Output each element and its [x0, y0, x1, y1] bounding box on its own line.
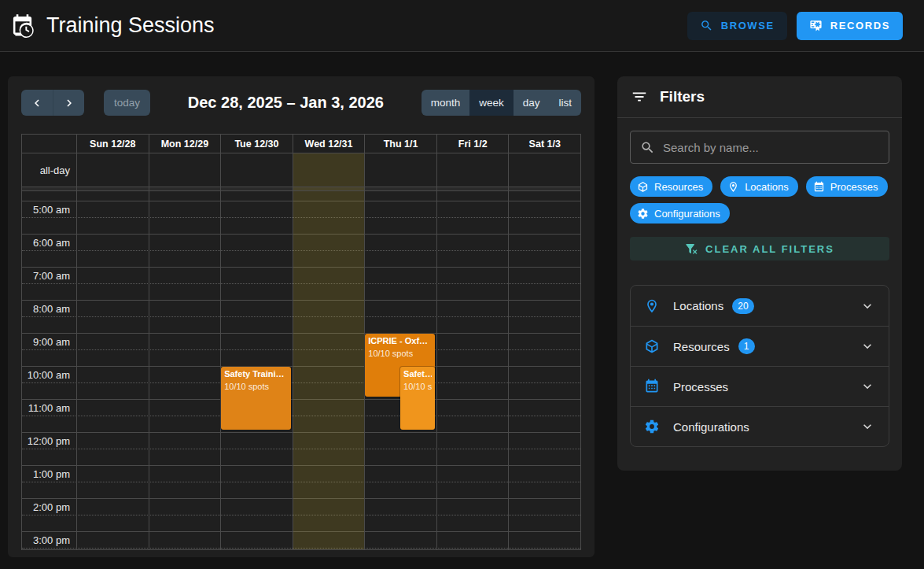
count-badge: 20	[732, 298, 753, 314]
chevron-left-icon	[30, 96, 44, 110]
all-day-cell[interactable]	[293, 153, 365, 187]
chip-resources[interactable]: Resources	[630, 176, 712, 197]
filter-accordion: Locations 20 Resources 1 Processes	[630, 285, 889, 447]
search-icon	[640, 140, 655, 155]
timegrid-events: Safety Traini…10/10 spotsICPRIE - Oxf…10…	[76, 191, 580, 549]
divider-cell	[149, 187, 221, 190]
page-title: Training Sessions	[46, 13, 687, 38]
all-day-cell[interactable]	[436, 153, 509, 187]
clear-all-filters-button[interactable]: CLEAR ALL FILTERS	[630, 237, 889, 260]
day-header-cell: Sun 12/28	[76, 135, 149, 153]
map-pin-icon	[727, 181, 739, 193]
filter-remove-icon	[685, 242, 698, 255]
prev-button[interactable]	[21, 90, 53, 116]
browse-button-label: BROWSE	[721, 20, 775, 31]
all-day-cell[interactable]	[364, 153, 436, 187]
time-label: 6:00 am	[33, 237, 70, 249]
map-pin-icon	[644, 298, 660, 314]
accordion-section-configurations[interactable]: Configurations	[631, 406, 889, 446]
time-label: 2:00 pm	[33, 501, 70, 513]
section-label: Resources	[673, 340, 730, 353]
divider-cell	[364, 187, 436, 190]
event-title: ICPRIE - Oxf…	[368, 335, 432, 348]
next-button[interactable]	[53, 90, 84, 116]
section-label: Locations	[673, 299, 723, 312]
chip-label: Configurations	[654, 208, 720, 220]
time-label: 5:00 am	[33, 204, 70, 216]
divider-cell	[293, 187, 365, 190]
event-spots: 10/10 spots	[224, 381, 288, 393]
chevron-down-icon	[860, 379, 875, 394]
chip-label: Processes	[830, 181, 878, 193]
timegrid-axis: 5:00 am6:00 am7:00 am8:00 am9:00 am10:00…	[22, 191, 76, 549]
gear-icon	[637, 208, 649, 220]
view-button-month[interactable]: month	[422, 90, 470, 116]
filters-body: Resources Locations Processes Configurat…	[617, 118, 902, 471]
filters-header: Filters	[617, 76, 902, 118]
filters-title: Filters	[660, 88, 705, 105]
calendar-card: today Dec 28, 2025 – Jan 3, 2026 month w…	[8, 76, 595, 557]
today-button[interactable]: today	[104, 90, 150, 116]
day-header-cell: Fri 1/2	[436, 135, 509, 153]
view-button-week[interactable]: week	[469, 90, 514, 116]
all-day-label: all-day	[22, 153, 76, 187]
all-day-row: all-day	[22, 153, 580, 187]
gear-icon	[644, 419, 660, 434]
calendar-date-range-title: Dec 28, 2025 – Jan 3, 2026	[150, 94, 422, 112]
divider-cell	[508, 187, 580, 190]
calendar-clock-icon	[10, 13, 35, 38]
accordion-section-resources[interactable]: Resources 1	[631, 326, 889, 366]
search-input[interactable]	[663, 141, 879, 154]
chip-label: Locations	[745, 181, 789, 193]
cube-icon	[637, 181, 649, 193]
browse-button[interactable]: BROWSE	[687, 12, 787, 40]
records-button[interactable]: RECORDS	[797, 12, 903, 40]
chevron-right-icon	[62, 96, 76, 110]
calendar-event[interactable]: Safet…10/10 spots	[400, 367, 435, 430]
all-day-cell[interactable]	[76, 153, 149, 187]
calendar-icon	[813, 181, 825, 193]
section-label: Processes	[673, 380, 728, 393]
time-grid: 5:00 am6:00 am7:00 am8:00 am9:00 am10:00…	[22, 191, 580, 549]
chip-label: Resources	[654, 181, 703, 193]
event-spots: 10/10 spots	[403, 381, 432, 393]
filter-chips: Resources Locations Processes Configurat…	[630, 176, 889, 224]
certificate-icon	[809, 19, 823, 32]
calendar-grid: Sun 12/28Mon 12/29Tue 12/30Wed 12/31Thu …	[21, 134, 581, 550]
accordion-section-locations[interactable]: Locations 20	[631, 286, 889, 326]
view-button-list[interactable]: list	[550, 90, 582, 116]
all-day-cell[interactable]	[220, 153, 293, 187]
all-day-cell[interactable]	[149, 153, 221, 187]
day-header-cell: Tue 12/30	[220, 135, 293, 153]
count-badge: 1	[738, 338, 755, 354]
event-spots: 10/10 spots	[368, 348, 432, 360]
divider-cell	[436, 187, 509, 190]
day-header-row: Sun 12/28Mon 12/29Tue 12/30Wed 12/31Thu …	[22, 135, 580, 153]
filters-panel: Filters Resources Locations Processes	[617, 76, 902, 471]
filter-icon	[631, 88, 648, 105]
time-label: 8:00 am	[33, 303, 70, 315]
divider-cell	[220, 187, 293, 190]
search-box	[630, 131, 889, 164]
event-title: Safety Traini…	[224, 368, 288, 381]
calendar-nav-group	[21, 90, 84, 116]
chevron-down-icon	[860, 338, 875, 354]
calendar-event[interactable]: Safety Traini…10/10 spots	[221, 367, 291, 430]
cube-icon	[644, 338, 660, 354]
accordion-section-processes[interactable]: Processes	[631, 366, 889, 406]
axis-spacer	[22, 135, 76, 153]
chip-processes[interactable]: Processes	[806, 176, 888, 197]
time-label: 10:00 am	[28, 369, 70, 381]
divider-cell	[76, 187, 149, 190]
chip-configurations[interactable]: Configurations	[630, 203, 730, 224]
event-title: Safet…	[403, 368, 432, 381]
top-bar: Training Sessions BROWSE RECORDS	[0, 0, 924, 52]
day-header-cell: Mon 12/29	[149, 135, 221, 153]
day-header-cell: Thu 1/1	[364, 135, 436, 153]
all-day-cell[interactable]	[508, 153, 580, 187]
time-label: 9:00 am	[33, 336, 70, 348]
chip-locations[interactable]: Locations	[720, 176, 798, 197]
view-button-day[interactable]: day	[514, 90, 550, 116]
calendar-icon	[644, 379, 660, 394]
time-label: 12:00 pm	[28, 435, 70, 447]
